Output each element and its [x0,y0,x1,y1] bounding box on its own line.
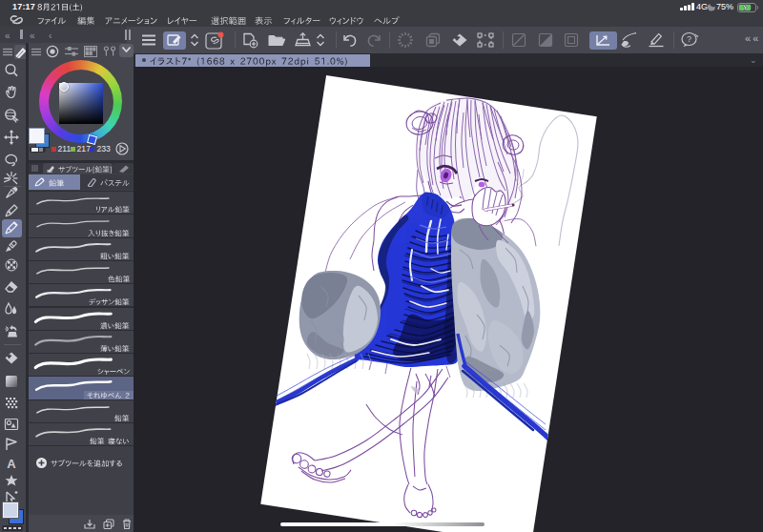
svg-text:?: ? [687,34,691,44]
svg-text:A: A [7,457,16,471]
